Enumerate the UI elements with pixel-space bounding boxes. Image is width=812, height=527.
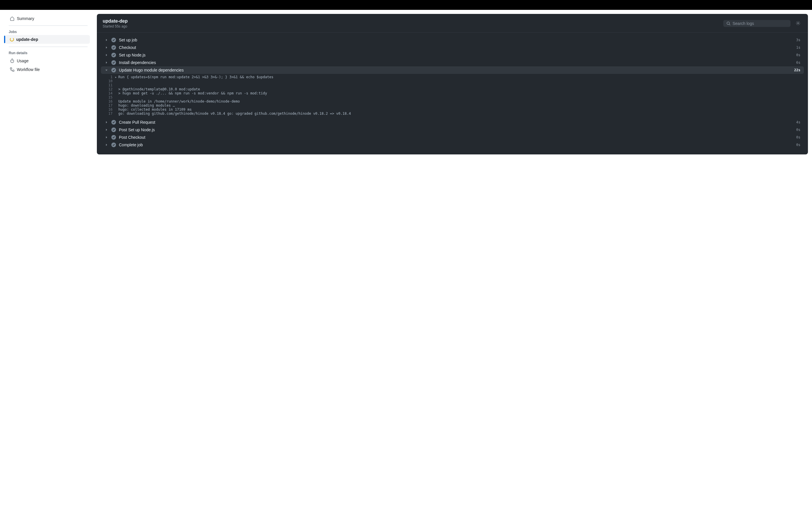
step-label: Post Checkout: [119, 135, 794, 140]
sidebar-item-workflow-file[interactable]: Workflow file: [6, 65, 90, 74]
panel-header: update-dep Started 55s ago: [97, 14, 808, 33]
check-circle-icon: [111, 68, 116, 72]
log-text: Update module in /home/runner/work/hinod…: [118, 100, 240, 103]
svg-rect-1: [11, 68, 12, 69]
line-number: 16: [103, 100, 115, 103]
line-number: 17: [103, 103, 115, 107]
check-circle-icon: [111, 142, 116, 147]
step-row[interactable]: Set up job3s: [101, 36, 804, 44]
log-text: hugo: downloading modules …: [118, 103, 175, 107]
log-line: 16 hugo: collected modules in 17109 ms: [101, 107, 804, 111]
log-line: 14 > hugo mod get -u ./... && npm run -s…: [101, 91, 804, 95]
log-panel: update-dep Started 55s ago Set up job3sC…: [97, 14, 808, 154]
line-number: 15: [103, 95, 115, 100]
caret-spacer: [115, 79, 118, 83]
check-circle-icon: [111, 135, 116, 140]
check-circle-icon: [111, 127, 116, 132]
line-number: 1: [103, 75, 115, 79]
check-circle-icon: [111, 120, 116, 124]
step-row[interactable]: Update Hugo module dependencies22s: [101, 66, 804, 74]
log-text: > @gethinode/template@0.10.0 mod:update: [118, 87, 200, 91]
step-duration: 1s: [796, 45, 800, 49]
sidebar-item-summary[interactable]: Summary: [6, 14, 90, 22]
step-duration: 0s: [796, 53, 800, 57]
check-circle-icon: [111, 53, 116, 57]
caret-spacer: [115, 111, 118, 116]
step-label: Update Hugo module dependencies: [119, 68, 791, 72]
chevron-right-icon: [104, 143, 108, 147]
step-duration: 4s: [796, 120, 800, 124]
chevron-right-icon: [104, 46, 108, 49]
step-label: Install dependencies: [119, 60, 794, 65]
svg-rect-2: [13, 70, 14, 72]
check-circle-icon: [111, 37, 116, 42]
window-top-bar: [0, 0, 812, 10]
step-duration: 0s: [796, 128, 800, 132]
step-row[interactable]: Create Pull Request4s: [101, 119, 804, 126]
log-line: 16 Update module in /home/runner/work/hi…: [101, 100, 804, 103]
caret-spacer: [115, 107, 118, 111]
sidebar-heading-run-details: Run details: [4, 47, 90, 56]
log-line: 17 go: downloading github.com/gethinode/…: [101, 111, 804, 116]
sidebar-heading-jobs: Jobs: [4, 26, 90, 35]
log-line: 17 hugo: downloading modules …: [101, 103, 804, 107]
settings-button[interactable]: [794, 19, 802, 28]
workflow-icon: [10, 67, 14, 72]
chevron-right-icon: [104, 121, 108, 124]
step-label: Complete job: [119, 142, 794, 147]
caret-spacer: [115, 103, 118, 107]
chevron-right-icon: [104, 136, 108, 139]
step-row[interactable]: Post Set up Node.js0s: [101, 126, 804, 134]
chevron-right-icon: [104, 128, 108, 132]
log-line: 12 > @gethinode/template@0.10.0 mod:upda…: [101, 87, 804, 91]
line-number: 10: [103, 79, 115, 83]
search-logs-field[interactable]: [723, 20, 791, 27]
panel-title: update-dep: [103, 18, 723, 24]
step-duration: 6s: [796, 61, 800, 65]
caret-spacer: [115, 83, 118, 87]
log-text: go: downloading github.com/gethinode/hin…: [118, 111, 351, 116]
step-row[interactable]: Install dependencies6s: [101, 59, 804, 66]
log-output: 1▸ Run { updates=$(npm run mod:update 2>…: [101, 74, 804, 119]
spinner-icon: [10, 37, 14, 42]
log-text: Run { updates=$(npm run mod:update 2>&1 …: [118, 75, 274, 79]
sidebar-item-label: Workflow file: [17, 67, 40, 72]
step-label: Create Pull Request: [119, 120, 794, 124]
sidebar-job-update-dep[interactable]: update-dep: [5, 35, 90, 44]
step-label: Checkout: [119, 45, 794, 50]
sidebar-item-usage[interactable]: Usage: [6, 57, 90, 65]
svg-point-3: [727, 22, 730, 25]
chevron-right-icon: [104, 53, 108, 57]
stopwatch-icon: [10, 59, 14, 63]
search-input[interactable]: [733, 21, 788, 26]
step-row[interactable]: Complete job0s: [101, 141, 804, 149]
line-number: 16: [103, 107, 115, 111]
log-line: 11: [101, 83, 804, 87]
step-row[interactable]: Post Checkout0s: [101, 134, 804, 141]
line-number: 12: [103, 87, 115, 91]
step-duration: 3s: [796, 38, 800, 42]
panel-subtitle: Started 55s ago: [103, 24, 723, 28]
sidebar-job-label: update-dep: [16, 37, 38, 42]
step-label: Set up Node.js: [119, 53, 794, 57]
step-duration: 22s: [794, 68, 800, 72]
log-line: 1▸ Run { updates=$(npm run mod:update 2>…: [101, 75, 804, 79]
caret-spacer: [115, 95, 118, 100]
step-row[interactable]: Set up Node.js0s: [101, 51, 804, 59]
caret-spacer: [115, 91, 118, 95]
caret-right-icon: ▸: [115, 75, 118, 79]
chevron-right-icon: [104, 38, 108, 42]
check-circle-icon: [111, 60, 116, 65]
home-icon: [10, 16, 14, 21]
steps-list: Set up job3sCheckout1sSet up Node.js0sIn…: [97, 33, 808, 154]
gear-icon: [796, 21, 800, 26]
step-label: Post Set up Node.js: [119, 127, 794, 132]
check-circle-icon: [111, 45, 116, 50]
step-row[interactable]: Checkout1s: [101, 44, 804, 51]
log-line: 15: [101, 95, 804, 100]
svg-point-4: [798, 22, 799, 24]
sidebar-item-label: Usage: [17, 59, 28, 63]
line-number: 17: [103, 111, 115, 116]
caret-spacer: [115, 87, 118, 91]
caret-spacer: [115, 100, 118, 103]
